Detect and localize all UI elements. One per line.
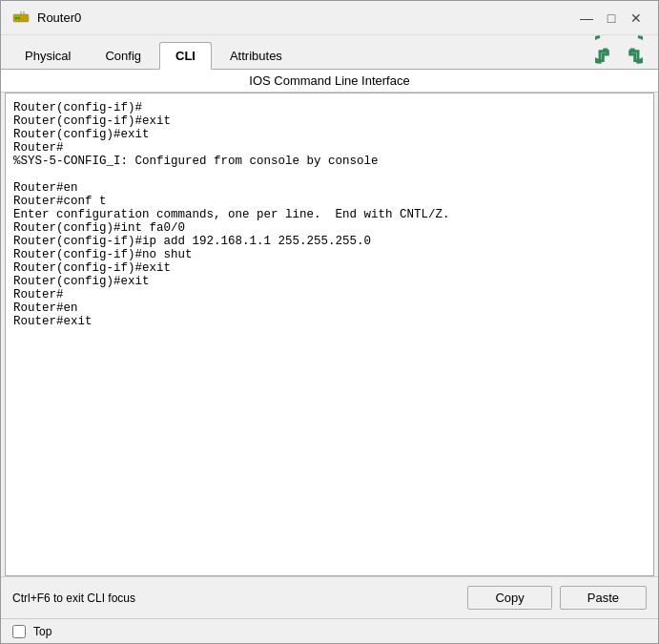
tabs-left: Physical Config CLI Attributes bbox=[9, 41, 299, 69]
title-bar-controls: — □ ✕ bbox=[576, 8, 647, 29]
minimize-button[interactable]: — bbox=[576, 8, 597, 29]
top-label: Top bbox=[33, 625, 51, 638]
bottom-bar: Ctrl+F6 to exit CLI focus Copy Paste bbox=[1, 576, 658, 618]
title-bar-left: Router0 bbox=[12, 10, 81, 27]
window-title: Router0 bbox=[37, 10, 81, 25]
gg-logo bbox=[595, 31, 643, 69]
top-checkbox[interactable] bbox=[12, 625, 26, 638]
footer-bar: Top bbox=[1, 618, 658, 643]
tab-cli[interactable]: CLI bbox=[159, 42, 212, 70]
main-window: Router0 — □ ✕ Physical Config CLI Attrib… bbox=[0, 0, 659, 644]
cli-terminal[interactable]: Router(config-if)# Router(config-if)#exi… bbox=[5, 93, 654, 576]
bottom-buttons: Copy Paste bbox=[467, 586, 647, 610]
svg-point-1 bbox=[15, 16, 17, 18]
tab-config[interactable]: Config bbox=[89, 42, 157, 70]
tab-attributes[interactable]: Attributes bbox=[214, 42, 299, 70]
geeksforgeeks-logo bbox=[595, 31, 643, 69]
close-button[interactable]: ✕ bbox=[626, 8, 647, 29]
tab-bar: Physical Config CLI Attributes bbox=[1, 35, 658, 70]
paste-button[interactable]: Paste bbox=[560, 586, 647, 610]
title-bar: Router0 — □ ✕ bbox=[1, 1, 658, 35]
maximize-button[interactable]: □ bbox=[601, 8, 622, 29]
cli-focus-hint: Ctrl+F6 to exit CLI focus bbox=[12, 592, 135, 605]
router-icon bbox=[12, 10, 30, 27]
copy-button[interactable]: Copy bbox=[467, 586, 551, 610]
tab-physical[interactable]: Physical bbox=[9, 42, 87, 70]
cli-label: IOS Command Line Interface bbox=[1, 70, 658, 93]
svg-point-2 bbox=[18, 16, 20, 18]
